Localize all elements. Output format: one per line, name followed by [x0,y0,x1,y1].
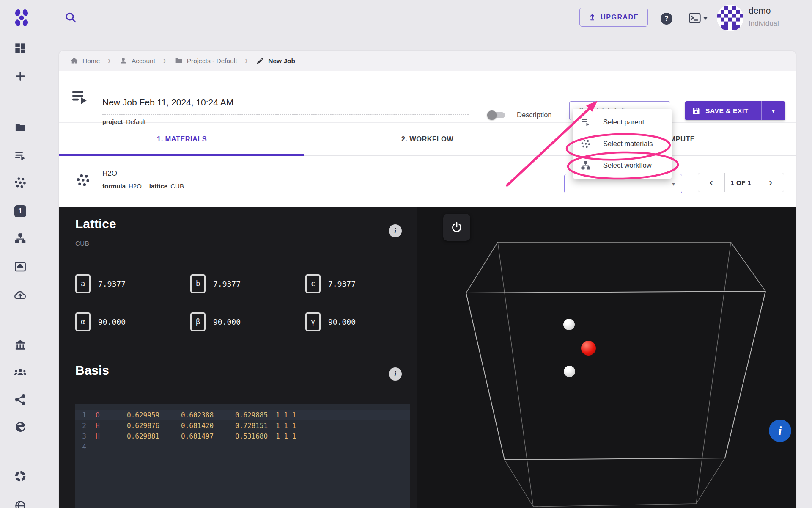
app-logo[interactable] [12,8,31,28]
upgrade-label: UPGRADE [601,14,639,21]
menu-item-select-materials[interactable]: Select materials [573,133,672,155]
menu-item-select-workflow[interactable]: Select workflow [573,155,672,176]
atom-hydrogen[interactable] [564,366,575,377]
lattice-param-alpha: α 90.000 [75,312,126,331]
formula-value: H2O [129,182,142,190]
viewer-info-button[interactable]: i [769,420,791,442]
chevron-down-icon: ▾ [672,180,675,187]
pager-prev-button[interactable]: ‹ [698,173,724,192]
home-icon [70,56,79,65]
user-name[interactable]: demo [749,6,771,16]
sidebar-divider [11,324,30,324]
menu-item-label: Select materials [603,140,653,148]
menu-item-label: Select parent [603,118,644,126]
sidebar-item-explore[interactable] [14,500,27,508]
lattice-param-beta: β 90.000 [190,312,241,331]
lattice-info-icon[interactable]: i [389,224,402,237]
job-actions-menu: Select parent Select materials Select wo… [573,109,672,179]
atom-oxygen[interactable] [581,341,596,356]
material-pager: ‹ 1 OF 1 › [698,173,784,192]
sidebar-item-create[interactable] [14,70,27,83]
basis-line[interactable]: 1O0.6299590.6023880.6298851 1 1 [75,410,410,420]
atom-hydrogen[interactable] [563,319,575,330]
viewer-power-button[interactable] [443,214,470,241]
help-icon[interactable]: ? [661,13,672,25]
sidebar-item-jobs[interactable] [14,149,27,162]
breadcrumb-account[interactable]: Account [119,56,155,65]
breadcrumb-home[interactable]: Home [70,56,100,65]
lattice-title: Lattice [75,217,116,231]
terminal-icon [689,13,701,23]
lattice-param-gamma: γ 90.000 [305,312,356,331]
toggle-knob [487,110,497,120]
lattice-param-c: c 7.9377 [305,274,356,293]
sidebar-item-team[interactable] [14,366,27,378]
basis-code-editor[interactable]: 1O0.6299590.6023880.6298851 1 1 2H0.6298… [75,404,410,508]
step-tabs: 1. MATERIALS 2. WORKFLOW 3. COMPUTE [59,123,796,156]
upgrade-button[interactable]: UPGRADE [579,8,648,27]
param-value[interactable]: 90.000 [213,318,241,326]
square-one-icon: 1 [14,205,26,217]
avatar[interactable] [717,5,743,31]
description-toggle[interactable] [487,107,507,123]
job-type-icon [71,88,89,106]
save-exit-button[interactable]: SAVE & EXIT ▾ [685,101,785,120]
breadcrumb: Home › Account › Projects - Default › Ne… [59,51,796,71]
job-title-underline [102,114,469,115]
material-dots-icon [76,174,91,188]
param-symbol: b [190,274,206,293]
sidebar-divider [11,454,30,454]
material-name[interactable]: H2O [102,169,117,178]
lattice-value: CUB [170,182,184,190]
basis-info-icon[interactable]: i [389,367,402,381]
basis-line[interactable]: 2H0.6298760.6814200.7281511 1 1 [75,420,410,431]
main-card: Home › Account › Projects - Default › Ne… [59,51,796,508]
select-materials-icon [581,139,591,149]
basis-line[interactable]: 3H0.6298810.6814970.5316801 1 1 [75,431,410,442]
param-value[interactable]: 7.9377 [328,279,356,288]
pager-next-button[interactable]: › [757,173,784,192]
pager-label: 1 OF 1 [724,173,757,192]
structure-viewer-3d[interactable]: i [417,207,796,508]
unit-cell-wireframe [417,207,796,508]
breadcrumb-projects[interactable]: Projects - Default [174,56,237,65]
sidebar-item-organization[interactable] [14,338,27,351]
param-symbol: γ [305,312,321,331]
sidebar-item-workflows[interactable] [14,232,27,245]
param-value[interactable]: 90.000 [328,318,356,326]
param-value[interactable]: 90.000 [98,318,126,326]
sidebar-item-support[interactable] [14,470,27,483]
param-symbol: β [190,312,206,331]
user-plan: Individual [749,19,779,28]
chevron-down-icon: ▾ [772,107,775,115]
menu-item-label: Select workflow [603,161,652,169]
sidebar-item-public[interactable] [14,420,27,433]
sidebar-item-cloud-upload[interactable] [14,288,27,301]
param-value[interactable]: 7.9377 [98,279,126,288]
sidebar-item-projects[interactable] [14,121,27,134]
sidebar-item-share[interactable] [14,393,27,406]
tab-workflow[interactable]: 2. WORKFLOW [304,123,550,155]
lattice-param-a: a 7.9377 [75,274,126,293]
console-menu-button[interactable] [689,13,708,23]
sidebar-item-dashboard[interactable] [14,42,27,55]
power-icon [451,221,463,233]
basis-title: Basis [75,363,109,378]
sidebar-item-materials[interactable] [14,177,27,189]
tab-materials[interactable]: 1. MATERIALS [59,123,304,155]
menu-item-select-parent[interactable]: Select parent [573,111,672,133]
param-value[interactable]: 7.9377 [213,279,241,288]
select-workflow-icon [581,160,591,171]
lattice-type: CUB [75,240,89,247]
save-exit-main[interactable]: SAVE & EXIT [685,107,761,115]
save-split-caret[interactable]: ▾ [761,101,785,120]
material-summary: formulaH2OlatticeCUB [102,182,184,190]
breadcrumb-new-job: New Job [256,57,295,65]
sidebar-item-bank[interactable]: 1 [14,205,27,218]
sidebar-item-media[interactable] [14,260,27,273]
workspace: Lattice i CUB a 7.9377 b 7.9377 c 7.9377… [59,207,796,508]
search-icon[interactable] [64,11,77,24]
breadcrumb-separator: › [159,55,170,66]
job-title[interactable]: New Job Feb 11, 2024, 10:24 AM [102,97,233,108]
basis-line[interactable]: 4 [75,442,410,452]
